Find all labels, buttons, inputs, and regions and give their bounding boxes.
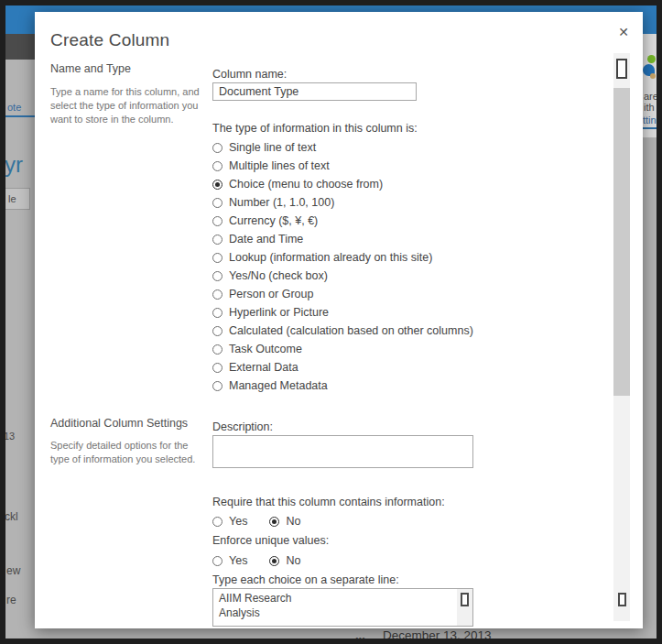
column-type-radio-group-option-label: Managed Metadata [229,379,328,392]
right-text-fragment: are [644,91,658,102]
radio-unselected-icon[interactable] [212,556,222,566]
radio-unselected-icon[interactable] [212,517,222,527]
screenshot-viewport: ote yr le 13 ckl ew re are ith ttin ... … [0,0,662,644]
radio-unselected-icon[interactable] [212,235,222,245]
choices-textarea[interactable]: AIIM Research Analysis [213,589,472,626]
column-type-radio-group-option-label: Task Outcome [229,343,302,355]
scroll-glyph-icon[interactable] [461,593,469,606]
column-type-radio-group-option[interactable]: Date and Time [212,230,515,248]
column-type-radio-group-option[interactable]: Managed Metadata [212,377,515,395]
left-number-fragment: 13 [4,431,15,442]
scroll-down-glyph-icon[interactable] [618,593,626,606]
right-link-fragment: ttin [643,115,657,126]
enforce-unique-values-radio-group-option-label: No [286,554,300,567]
column-type-radio-group: Single line of textMultiple lines of tex… [212,138,515,395]
column-type-radio-group-option-label: Multiple lines of text [229,159,330,172]
require-information-radio-group-option[interactable]: Yes [212,513,247,529]
left-item-fragment: re [6,594,16,606]
enforce-unique-values-radio-group-option[interactable]: No [269,552,300,569]
section-description-additional-settings: Specify detailed options for the type of… [50,439,208,466]
type-of-information-label: The type of information in this column i… [212,122,418,135]
radio-unselected-icon[interactable] [212,198,222,208]
radio-unselected-icon[interactable] [212,344,222,355]
section-heading-additional-settings: Additional Column Settings [50,417,212,430]
enforce-unique-values-label: Enforce unique values: [212,534,329,547]
section-heading-name-and-type: Name and Type [50,62,212,75]
close-icon[interactable]: ✕ [613,22,634,42]
require-information-radio-group: YesNo [212,513,300,529]
page-date-text: December 13, 2013 [383,628,492,642]
column-type-radio-group-option[interactable]: Single line of text [212,138,515,157]
left-item-fragment: ew [6,564,20,577]
column-name-input[interactable] [212,82,417,101]
radio-unselected-icon[interactable] [212,381,222,391]
column-type-radio-group-option-label: Calculated (calculation based on other c… [229,324,473,337]
radio-unselected-icon[interactable] [212,143,222,153]
column-type-radio-group-option-label: Currency ($, ¥, €) [229,214,318,227]
scrollbar-thumb[interactable] [613,88,630,396]
column-type-radio-group-option[interactable]: Hyperlink or Picture [212,303,515,322]
description-label: Description: [212,420,273,433]
require-information-radio-group-option-label: Yes [229,515,247,528]
create-column-dialog: Create Column ✕ Name and Type Type a nam… [35,12,643,628]
choices-field: AIIM Research Analysis [212,588,473,627]
radio-unselected-icon[interactable] [212,161,222,171]
column-type-radio-group-option[interactable]: Yes/No (check box) [212,267,515,285]
column-type-radio-group-option[interactable]: Person or Group [212,285,515,303]
column-type-radio-group-option[interactable]: Multiple lines of text [212,157,515,175]
enforce-unique-values-radio-group-option-label: Yes [229,554,247,567]
column-type-radio-group-option-label: Date and Time [229,233,303,246]
column-type-radio-group-option-label: Number (1, 1.0, 100) [229,196,334,209]
left-link-underline [5,115,35,117]
scroll-down-button[interactable] [613,589,630,607]
column-type-radio-group-option-label: Lookup (information already on this site… [229,251,432,264]
left-item-fragment: ckl [5,510,18,523]
require-information-radio-group-option[interactable]: No [269,513,300,529]
enforce-unique-values-radio-group-option[interactable]: Yes [212,552,247,569]
radio-selected-icon[interactable] [212,180,222,190]
radio-selected-icon[interactable] [269,556,279,566]
choices-scrollbar[interactable] [457,589,472,626]
right-link-underline [643,127,657,129]
column-type-radio-group-option-label: Person or Group [229,288,313,300]
site-logo-icon [647,55,656,63]
section-description-name-and-type: Type a name for this column, and select … [50,85,208,126]
radio-selected-icon[interactable] [269,517,279,527]
bottom-ellipsis: ... [355,628,365,642]
column-type-radio-group-option[interactable]: Task Outcome [212,340,515,358]
column-name-label: Column name: [212,68,287,81]
radio-unselected-icon[interactable] [212,326,222,336]
radio-unselected-icon[interactable] [212,253,222,263]
radio-unselected-icon[interactable] [212,289,222,300]
dialog-scrollbar[interactable] [613,53,630,621]
radio-unselected-icon[interactable] [212,363,222,373]
column-type-radio-group-option[interactable]: Choice (menu to choose from) [212,175,515,193]
scroll-up-glyph-icon[interactable] [616,59,627,79]
left-dark-band [0,34,35,60]
column-type-radio-group-option-label: Single line of text [229,141,316,154]
column-type-radio-group-option[interactable]: Number (1, 1.0, 100) [212,193,515,212]
column-type-radio-group-option-label: External Data [229,361,298,374]
right-text-fragment: ith [644,102,655,113]
left-button-fragment: le [8,193,16,204]
dialog-title: Create Column [50,30,169,50]
column-type-radio-group-option-label: Yes/No (check box) [229,269,328,282]
column-type-radio-group-option[interactable]: Calculated (calculation based on other c… [212,322,515,340]
enforce-unique-values-radio-group: YesNo [212,552,300,569]
description-textarea[interactable] [212,435,473,468]
require-information-label: Require that this column contains inform… [212,496,445,508]
column-type-radio-group-option[interactable]: Lookup (information already on this site… [212,248,515,267]
column-type-radio-group-option[interactable]: External Data [212,358,515,377]
left-nav-link-fragment: ote [7,102,21,113]
choices-label: Type each choice on a separate line: [212,573,399,586]
require-information-radio-group-option-label: No [286,515,300,528]
site-title-fragment: yr [5,152,23,178]
radio-unselected-icon[interactable] [212,271,222,281]
radio-unselected-icon[interactable] [212,308,222,318]
column-type-radio-group-option-label: Choice (menu to choose from) [229,178,383,191]
radio-unselected-icon[interactable] [212,216,222,226]
column-type-radio-group-option[interactable]: Currency ($, ¥, €) [212,212,515,230]
column-type-radio-group-option-label: Hyperlink or Picture [229,306,329,319]
site-logo-icon [650,73,656,79]
